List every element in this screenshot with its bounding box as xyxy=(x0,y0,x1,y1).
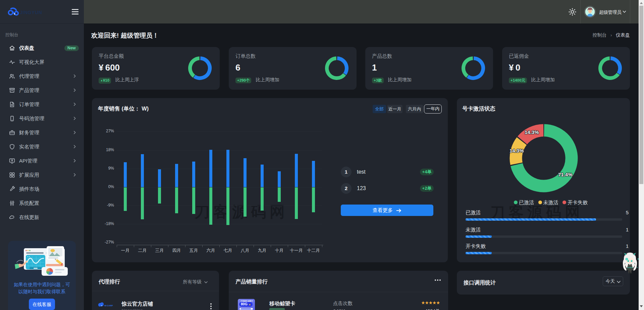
svg-text:W-CARP: W-CARP xyxy=(104,304,113,307)
